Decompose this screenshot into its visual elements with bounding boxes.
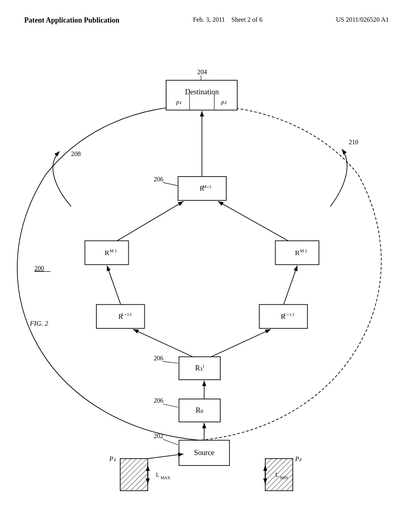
- arrow-R1-RL1-2: [211, 329, 271, 357]
- lmax-label: L: [156, 472, 159, 478]
- source-label: Source: [194, 449, 215, 457]
- RL1-1-sub: L+1: [121, 312, 129, 317]
- ref-206a: 206: [154, 176, 163, 183]
- RM-1-sub: M: [109, 248, 113, 253]
- P1-bottom-label: P₁: [109, 455, 116, 462]
- arrow-RL1-2-RM-2: [284, 266, 297, 305]
- RM-2-label: R: [295, 249, 300, 257]
- ref-200: 200: [34, 265, 44, 272]
- destination-label: Destination: [185, 88, 219, 96]
- path-208: [17, 106, 200, 441]
- ref-204: 204: [197, 69, 207, 75]
- RL1-2-sub: L+1: [284, 312, 292, 317]
- arrow-RL1-1-RM-1: [107, 266, 121, 305]
- dest-p1-label: p₁: [176, 99, 181, 105]
- ref-206c-line: [163, 404, 178, 407]
- arrow-RM2-RM1: [218, 202, 288, 241]
- RM1-sub: M+1: [202, 184, 211, 189]
- RM-2-sup: 2: [305, 248, 307, 253]
- arrow-RM1-RM1: [117, 202, 184, 241]
- diagram-svg: Source R₀ R₁ˡ R L+1 1 R L+1 2 R M 1 R M …: [0, 0, 413, 532]
- P2-box: [265, 459, 293, 491]
- P1-box: [120, 459, 148, 491]
- lmax-sub: MAX: [161, 476, 170, 480]
- RM-2-sub: M: [300, 248, 304, 253]
- ref-202: 202: [154, 432, 163, 439]
- fig-2-label: FIG. 2: [29, 320, 48, 327]
- arrow-R1-RL1-1: [133, 329, 193, 357]
- R1-label: R₁ˡ: [195, 364, 204, 372]
- ref-206a-line: [163, 183, 178, 186]
- ref-202-line: [163, 439, 178, 445]
- ref-206c: 206: [154, 397, 163, 404]
- ref-206b: 206: [154, 355, 163, 362]
- dest-p2-label: p₂: [221, 99, 227, 105]
- ref-208: 208: [71, 150, 81, 157]
- lmin-label: L: [275, 472, 279, 478]
- R0-label: R₀: [196, 406, 203, 414]
- ref-206b-line: [163, 362, 178, 364]
- RL1-2-sup: 2: [292, 312, 294, 317]
- RM-1-label: R: [104, 249, 109, 257]
- RL1-1-sup: 1: [129, 312, 132, 317]
- path-210: [200, 106, 381, 441]
- P2-bottom-label: P₂: [295, 455, 302, 462]
- RM-1-sup: 1: [115, 248, 117, 253]
- lmin-sub: MIN: [280, 476, 288, 480]
- arrow-P1-source: [148, 454, 184, 458]
- oval-right-arrow: [330, 149, 347, 206]
- oval-left-arrow: [53, 152, 71, 207]
- ref-210: 210: [349, 139, 359, 145]
